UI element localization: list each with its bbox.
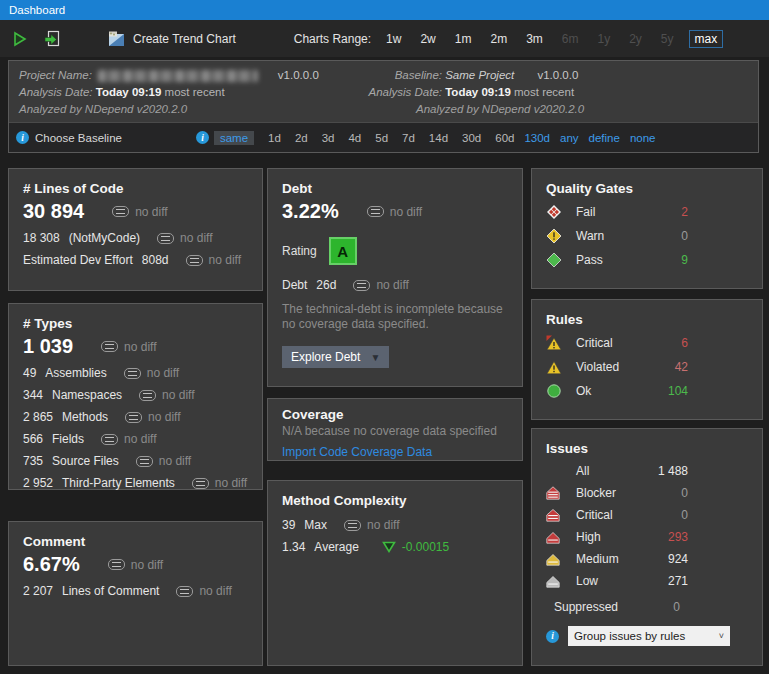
no-diff-icon	[112, 206, 129, 217]
no-diff-icon	[136, 456, 153, 467]
low-label[interactable]: Low	[576, 574, 654, 588]
critical-issues-count: 0	[654, 508, 688, 522]
violated-rules-label[interactable]: Violated	[576, 360, 654, 374]
debt-days-value: 26d	[316, 278, 336, 292]
pass-icon	[546, 252, 563, 268]
range-3m[interactable]: 3m	[522, 30, 547, 48]
debt-note: The technical-debt is incomplete because…	[282, 302, 508, 332]
rating-label: Rating	[282, 244, 317, 258]
baseline-opt-2d[interactable]: 2d	[295, 132, 308, 144]
assemblies-label: Assemblies	[45, 366, 106, 380]
loc-value: 30 894	[23, 200, 84, 223]
baseline-opt-130d[interactable]: 130d	[524, 132, 550, 144]
warn-label[interactable]: Warn	[576, 229, 654, 243]
high-count: 293	[654, 530, 688, 544]
low-severity-icon	[546, 574, 563, 588]
analyzed-by: Analyzed by NDepend v2020.2.0	[19, 101, 319, 118]
namespaces-label: Namespaces	[52, 388, 122, 402]
card-title: Comment	[23, 534, 248, 549]
card-issues: Issues All 1 488 Blocker 0	[531, 428, 763, 666]
decrease-icon	[382, 541, 396, 553]
dropdown-caret-icon: ▼	[370, 352, 380, 363]
no-diff-icon	[192, 478, 209, 489]
card-title: Quality Gates	[546, 181, 748, 196]
notmycode-label: (NotMyCode)	[69, 231, 140, 245]
run-analysis-report-icon[interactable]	[42, 29, 62, 49]
fail-label[interactable]: Fail	[576, 205, 654, 219]
baseline-opt-any[interactable]: any	[560, 132, 579, 144]
range-6m: 6m	[558, 30, 583, 48]
range-2m[interactable]: 2m	[486, 30, 511, 48]
range-1y: 1y	[593, 30, 614, 48]
range-2w[interactable]: 2w	[416, 30, 439, 48]
baseline-label: Baseline:	[364, 67, 442, 84]
baseline-opt-7d[interactable]: 7d	[402, 132, 415, 144]
card-title: Coverage	[282, 407, 508, 422]
explore-debt-button[interactable]: Explore Debt ▼	[282, 346, 389, 368]
notmycode-value: 18 308	[23, 231, 60, 245]
no-diff-icon	[176, 586, 193, 597]
project-info-panel: Project Name:v1.0.0.0 Analysis Date: Tod…	[8, 60, 759, 153]
complexity-avg-label: Average	[314, 540, 358, 554]
baseline-opt-define[interactable]: define	[589, 132, 620, 144]
critical-issues-label[interactable]: Critical	[576, 508, 654, 522]
import-coverage-link[interactable]: Import Code Coverage Data	[282, 445, 432, 459]
analysis-date-label: Analysis Date:	[19, 86, 93, 98]
card-debt: Debt 3.22% no diff Rating A Debt 26d no …	[267, 168, 523, 387]
high-label[interactable]: High	[576, 530, 654, 544]
create-trend-chart-button[interactable]: Create Trend Chart	[106, 29, 236, 49]
no-diff-icon	[101, 434, 118, 445]
pass-label[interactable]: Pass	[576, 253, 654, 267]
types-value: 1 039	[23, 335, 73, 358]
project-name-redacted	[98, 70, 258, 82]
run-analysis-icon[interactable]	[10, 29, 30, 49]
medium-label[interactable]: Medium	[576, 552, 654, 566]
baseline-analysis-date-value: Today 09:19	[445, 86, 511, 98]
analysis-date-value: Today 09:19	[96, 86, 162, 98]
info-icon: i	[16, 131, 29, 144]
baseline-opt-60d[interactable]: 60d	[495, 132, 514, 144]
range-5y: 5y	[657, 30, 678, 48]
card-title: Rules	[546, 312, 748, 327]
no-diff-icon	[353, 280, 370, 291]
no-diff-icon	[108, 559, 125, 570]
baseline-opt-1d[interactable]: 1d	[268, 132, 281, 144]
range-1w[interactable]: 1w	[382, 30, 405, 48]
complexity-max-value: 39	[282, 518, 295, 532]
issues-all-count: 1 488	[654, 464, 688, 478]
baseline-opt-3d[interactable]: 3d	[322, 132, 335, 144]
choose-baseline-label: Choose Baseline	[35, 132, 122, 144]
ok-rules-label[interactable]: Ok	[576, 384, 654, 398]
issues-all-label[interactable]: All	[576, 464, 654, 478]
baseline-opt-30d[interactable]: 30d	[462, 132, 481, 144]
baseline-opt-same[interactable]: same	[214, 131, 254, 145]
suppressed-label[interactable]: Suppressed	[554, 600, 654, 614]
chevron-down-icon: ˅	[719, 631, 724, 641]
baseline-opt-4d[interactable]: 4d	[348, 132, 361, 144]
baseline-opt-none[interactable]: none	[630, 132, 656, 144]
range-max[interactable]: max	[689, 30, 724, 48]
group-issues-select[interactable]: Group issues by rules ˅	[568, 626, 730, 646]
toolbar: Create Trend Chart Charts Range: 1w 2w 1…	[0, 20, 769, 57]
baseline-analysis-date-suffix: most recent	[514, 86, 574, 98]
ok-rules-count: 104	[654, 384, 688, 398]
baseline-analyzed-by: Analyzed by NDepend v2020.2.0	[364, 101, 584, 118]
tab-dashboard[interactable]: Dashboard	[9, 4, 65, 16]
card-rules: Rules Critical 6 Violated	[531, 299, 763, 420]
card-title: # Lines of Code	[23, 181, 248, 196]
critical-rules-label[interactable]: Critical	[576, 336, 654, 350]
charts-range-label: Charts Range:	[294, 32, 371, 46]
dev-effort-label: Estimated Dev Effort	[23, 253, 133, 267]
blocker-label[interactable]: Blocker	[576, 486, 654, 500]
debt-value: 3.22%	[282, 200, 339, 223]
card-method-complexity: Method Complexity 39 Max no diff 1.34 Av…	[267, 480, 523, 666]
comment-value: 6.67%	[23, 553, 80, 576]
baseline-opt-14d[interactable]: 14d	[429, 132, 448, 144]
warn-count: 0	[654, 229, 688, 243]
critical-severity-icon	[546, 508, 563, 522]
methods-label: Methods	[62, 410, 108, 424]
range-1m[interactable]: 1m	[451, 30, 476, 48]
card-coverage: Coverage N/A because no coverage data sp…	[267, 398, 523, 461]
baseline-opt-5d[interactable]: 5d	[375, 132, 388, 144]
baseline-value: Same Project	[445, 69, 514, 81]
